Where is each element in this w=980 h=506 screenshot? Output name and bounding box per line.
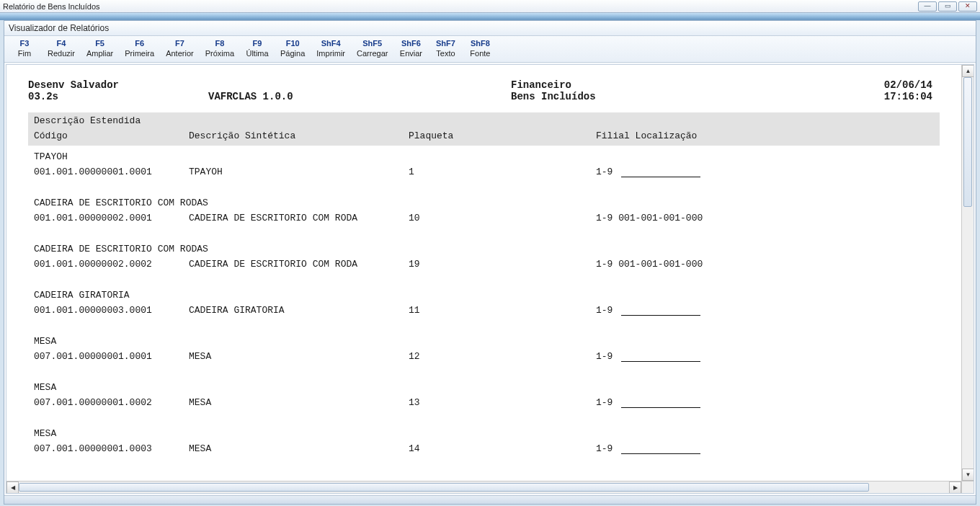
desc-estendida: CADEIRA DE ESCRITORIO COM RODAS bbox=[34, 197, 934, 208]
cell-localizacao: 1-9 bbox=[596, 397, 934, 408]
header-date: 02/06/14 bbox=[785, 79, 940, 91]
hscroll-track[interactable] bbox=[19, 481, 949, 493]
toolbar-label: Página bbox=[280, 49, 305, 58]
toolbar-label: Próxima bbox=[205, 49, 234, 58]
cell-loc-value: 001-001-001-000 bbox=[618, 213, 703, 223]
scroll-up-arrow[interactable]: ▲ bbox=[962, 65, 974, 77]
toolbar-button-texto[interactable]: ShF7Texto bbox=[428, 39, 463, 58]
toolbar-button-página[interactable]: F10Página bbox=[275, 39, 311, 58]
maximize-button[interactable]: ▭ bbox=[938, 1, 957, 12]
table-row: 007.001.00000001.0003MESA141-9 bbox=[34, 443, 934, 454]
toolbar-key: F8 bbox=[205, 39, 234, 48]
cell-localizacao: 1-9 bbox=[596, 167, 934, 177]
titlebar-gradient bbox=[0, 13, 980, 20]
report-group: MESA007.001.00000001.0002MESA131-9 bbox=[28, 382, 940, 408]
report-viewport: Desenv Salvador Financeiro 02/06/14 03.2… bbox=[6, 65, 961, 481]
cell-descricao: CADEIRA DE ESCRITORIO COM RODA bbox=[189, 213, 409, 223]
toolbar-button-fim[interactable]: F3Fim bbox=[7, 39, 42, 58]
cell-localizacao: 1-9 bbox=[596, 351, 934, 362]
cell-codigo: 001.001.00000001.0001 bbox=[34, 167, 189, 177]
cell-descricao: TPAYOH bbox=[189, 167, 409, 177]
toolbar-button-primeira[interactable]: F6Primeira bbox=[119, 39, 160, 58]
toolbar-key: ShF7 bbox=[434, 39, 457, 48]
desc-estendida: MESA bbox=[34, 428, 934, 439]
cell-codigo: 007.001.00000001.0003 bbox=[34, 443, 189, 454]
toolbar-label: Carregar bbox=[357, 49, 388, 58]
toolbar-key: F9 bbox=[246, 39, 269, 48]
cell-filial: 1-9 bbox=[596, 259, 618, 270]
outer-titlebar: Relatório de Bens Incluídos — ▭ ✕ bbox=[0, 0, 980, 13]
col-codigo: Código bbox=[34, 130, 189, 141]
outer-title: Relatório de Bens Incluídos bbox=[3, 2, 100, 11]
minimize-button[interactable]: — bbox=[918, 1, 937, 12]
col-localizacao: Filial Localização bbox=[596, 130, 934, 141]
toolbar-button-carregar[interactable]: ShF5Carregar bbox=[351, 39, 393, 58]
close-button[interactable]: ✕ bbox=[958, 1, 977, 12]
toolbar: F3FimF4ReduzirF5AmpliarF6PrimeiraF7Anter… bbox=[4, 36, 976, 63]
column-band: Descrição Estendida Código Descrição Sin… bbox=[28, 112, 940, 146]
cell-codigo: 001.001.00000003.0001 bbox=[34, 305, 189, 316]
table-row: 001.001.00000002.0001CADEIRA DE ESCRITOR… bbox=[34, 213, 934, 223]
scroll-left-arrow[interactable]: ◀ bbox=[6, 481, 19, 494]
scroll-right-arrow[interactable]: ▶ bbox=[949, 481, 961, 494]
toolbar-button-anterior[interactable]: F7Anterior bbox=[160, 39, 200, 58]
toolbar-label: Primeira bbox=[125, 49, 154, 58]
cell-filial: 1-9 bbox=[596, 213, 618, 223]
toolbar-label: Ampliar bbox=[86, 49, 113, 58]
vertical-scrollbar[interactable]: ▲ ▼ bbox=[961, 65, 974, 481]
scroll-corner bbox=[961, 481, 974, 493]
toolbar-key: ShF8 bbox=[468, 39, 491, 48]
cell-localizacao: 1-9 001-001-001-000 bbox=[596, 213, 934, 223]
band-columns: Código Descrição Sintética Plaqueta Fili… bbox=[34, 130, 934, 141]
report-group: MESA007.001.00000001.0001MESA121-9 bbox=[28, 336, 940, 362]
header-version: 03.2s bbox=[28, 91, 208, 102]
cell-plaqueta: 1 bbox=[409, 167, 596, 177]
vscroll-track[interactable] bbox=[962, 77, 974, 469]
toolbar-button-fonte[interactable]: ShF8Fonte bbox=[463, 39, 497, 58]
toolbar-button-imprimir[interactable]: ShF4Imprimir bbox=[311, 39, 351, 58]
cell-localizacao: 1-9 bbox=[596, 305, 934, 316]
toolbar-key: F7 bbox=[166, 39, 194, 48]
table-row: 007.001.00000001.0002MESA131-9 bbox=[34, 397, 934, 408]
cell-descricao: MESA bbox=[189, 443, 409, 454]
header-center1 bbox=[208, 79, 511, 91]
toolbar-label: Imprimir bbox=[316, 49, 345, 58]
inner-title: Visualizador de Relatórios bbox=[4, 21, 976, 36]
toolbar-label: Enviar bbox=[399, 49, 422, 58]
inner-window: Visualizador de Relatórios F3FimF4Reduzi… bbox=[4, 20, 976, 505]
desc-estendida: MESA bbox=[34, 336, 934, 347]
window-buttons: — ▭ ✕ bbox=[918, 1, 977, 12]
cell-plaqueta: 19 bbox=[409, 259, 596, 270]
toolbar-label: Reduzir bbox=[48, 49, 75, 58]
cell-loc-blank bbox=[621, 399, 700, 408]
table-row: 001.001.00000003.0001CADEIRA GIRATORIA11… bbox=[34, 305, 934, 316]
cell-loc-value: 001-001-001-000 bbox=[618, 259, 703, 270]
toolbar-label: Texto bbox=[434, 49, 457, 58]
toolbar-label: Fonte bbox=[468, 49, 491, 58]
header-time: 17:16:04 bbox=[785, 91, 940, 102]
toolbar-button-ampliar[interactable]: F5Ampliar bbox=[81, 39, 119, 58]
horizontal-scrollbar[interactable]: ◀ ▶ bbox=[6, 481, 961, 493]
toolbar-key: ShF5 bbox=[357, 39, 388, 48]
toolbar-label: Última bbox=[246, 49, 269, 58]
cell-plaqueta: 13 bbox=[409, 397, 596, 408]
cell-loc-blank bbox=[621, 168, 700, 177]
toolbar-button-reduzir[interactable]: F4Reduzir bbox=[42, 39, 81, 58]
toolbar-button-última[interactable]: F9Última bbox=[240, 39, 275, 58]
cell-descricao: CADEIRA DE ESCRITORIO COM RODA bbox=[189, 259, 409, 270]
cell-filial: 1-9 bbox=[596, 443, 618, 454]
cell-filial: 1-9 bbox=[596, 305, 618, 316]
toolbar-button-próxima[interactable]: F8Próxima bbox=[200, 39, 240, 58]
hscroll-thumb[interactable] bbox=[19, 483, 869, 492]
toolbar-button-enviar[interactable]: ShF6Enviar bbox=[393, 39, 428, 58]
cell-localizacao: 1-9 bbox=[596, 443, 934, 454]
cell-filial: 1-9 bbox=[596, 167, 618, 177]
cell-codigo: 001.001.00000002.0001 bbox=[34, 213, 189, 223]
toolbar-key: F3 bbox=[13, 39, 36, 48]
cell-plaqueta: 11 bbox=[409, 305, 596, 316]
cell-descricao: MESA bbox=[189, 351, 409, 362]
toolbar-key: ShF6 bbox=[399, 39, 422, 48]
vscroll-thumb[interactable] bbox=[963, 77, 972, 207]
scroll-down-arrow[interactable]: ▼ bbox=[962, 469, 974, 481]
cell-codigo: 007.001.00000001.0002 bbox=[34, 397, 189, 408]
